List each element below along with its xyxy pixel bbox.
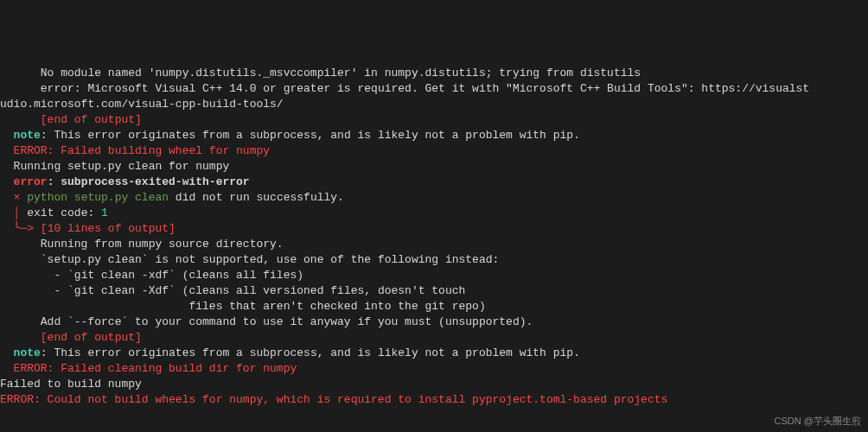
terminal-line: note: This error originates from a subpr…: [0, 128, 868, 143]
terminal-line: ╰─> [10 lines of output]: [0, 221, 868, 237]
watermark-text: CSDN @芋头圈生煎: [775, 413, 861, 429]
terminal-text-segment: ERROR: Could not build wheels for numpy,…: [0, 393, 667, 406]
terminal-text-segment: udio.microsoft.com/visual-cpp-build-tool…: [0, 98, 284, 111]
terminal-output[interactable]: No module named 'numpy.distutils._msvcco…: [0, 66, 868, 408]
terminal-line: × python setup.py clean did not run succ…: [0, 190, 868, 206]
terminal-text-segment: error: Microsoft Visual C++ 14.0 or grea…: [41, 82, 809, 95]
terminal-line: - `git clean -Xdf` (cleans all versioned…: [0, 283, 868, 299]
terminal-text-segment: did not run successfully.: [169, 191, 344, 204]
terminal-text-segment: [34, 222, 41, 235]
terminal-text-segment: Failed to build numpy: [0, 378, 142, 391]
terminal-text-segment: Running setup.py clean for numpy: [14, 160, 230, 173]
terminal-text-segment: `setup.py clean` is not supported, use o…: [41, 253, 500, 266]
terminal-text-segment: 1: [101, 206, 108, 219]
terminal-text-segment: note: [14, 346, 41, 359]
terminal-text-segment: [10 lines of output]: [41, 222, 176, 235]
terminal-text-segment: - `git clean -Xdf` (cleans all versioned…: [54, 284, 465, 297]
terminal-text-segment: error: [14, 175, 48, 188]
terminal-line: ERROR: Could not build wheels for numpy,…: [0, 392, 868, 408]
terminal-line: files that aren't checked into the git r…: [0, 299, 868, 314]
terminal-text-segment: ERROR: Failed building wheel for numpy: [14, 144, 270, 157]
terminal-text-segment: :: [48, 175, 61, 188]
terminal-line: error: Microsoft Visual C++ 14.0 or grea…: [0, 81, 868, 97]
terminal-line: [end of output]: [0, 330, 868, 346]
terminal-line: ERROR: Failed cleaning build dir for num…: [0, 361, 868, 377]
terminal-text-segment: Running from numpy source directory.: [41, 238, 284, 251]
terminal-line: Running from numpy source directory.: [0, 237, 868, 252]
terminal-text-segment: subprocess-exited-with-error: [61, 175, 249, 188]
terminal-line: - `git clean -xdf` (cleans all files): [0, 268, 868, 283]
terminal-line: Running setup.py clean for numpy: [0, 159, 868, 175]
terminal-text-segment: No module named 'numpy.distutils._msvcco…: [41, 67, 641, 79]
terminal-line: Add `--force` to your command to use it …: [0, 314, 868, 330]
terminal-text-segment: ERROR: Failed cleaning build dir for num…: [14, 362, 297, 375]
terminal-text-segment: ╰─>: [14, 222, 34, 235]
terminal-line: Failed to build numpy: [0, 377, 868, 392]
terminal-text-segment: files that aren't checked into the git r…: [188, 300, 485, 313]
terminal-text-segment: - `git clean -xdf` (cleans all files): [54, 269, 303, 282]
terminal-line: [end of output]: [0, 112, 868, 128]
terminal-text-segment: [end of output]: [41, 331, 142, 344]
terminal-line: `setup.py clean` is not supported, use o…: [0, 252, 868, 268]
terminal-text-segment: [end of output]: [41, 113, 142, 126]
terminal-text-segment: : This error originates from a subproces…: [41, 346, 580, 359]
terminal-text-segment: exit code:: [20, 206, 101, 219]
terminal-line: udio.microsoft.com/visual-cpp-build-tool…: [0, 97, 868, 112]
terminal-text-segment: Add `--force` to your command to use it …: [41, 315, 533, 328]
terminal-text-segment: python setup.py clean: [27, 191, 169, 204]
terminal-line: error: subprocess-exited-with-error: [0, 175, 868, 190]
terminal-line: ERROR: Failed building wheel for numpy: [0, 143, 868, 159]
terminal-line: No module named 'numpy.distutils._msvcco…: [0, 66, 868, 81]
terminal-line: note: This error originates from a subpr…: [0, 346, 868, 361]
terminal-text-segment: note: [14, 129, 41, 142]
terminal-line: │ exit code: 1: [0, 206, 868, 221]
terminal-text-segment: : This error originates from a subproces…: [41, 129, 580, 142]
